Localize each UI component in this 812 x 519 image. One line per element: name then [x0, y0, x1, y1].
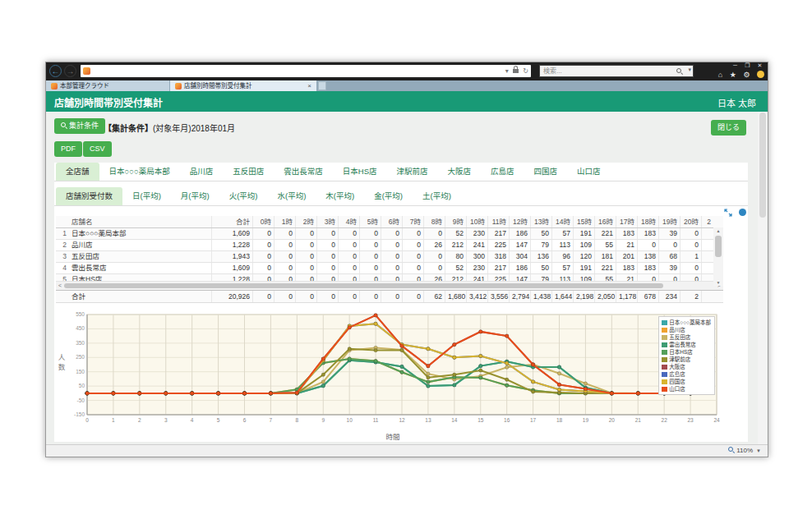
hour-value-cell: 0 [403, 251, 424, 262]
column-header-hour: 20時 [681, 216, 702, 227]
page-title: 店舗別時間帯別受付集計 [54, 95, 163, 109]
hour-value-cell: 3,412 [467, 291, 488, 302]
view-tab-1[interactable]: 日(平均) [122, 187, 171, 205]
browser-tab-label: 店舗別時間帯別受付集計 [184, 82, 252, 90]
legend-label: 五反田店 [669, 334, 690, 340]
hour-value-cell: 96 [552, 251, 574, 262]
view-tab-2[interactable]: 月(平均) [171, 187, 219, 205]
aggregate-condition-button[interactable]: 集計条件 [54, 118, 105, 134]
hour-value-cell: 1,178 [616, 291, 638, 302]
page-scrollbar-thumb[interactable] [759, 113, 766, 218]
store-tab-8[interactable]: 広島店 [481, 163, 524, 181]
view-tab-3[interactable]: 火(平均) [219, 187, 268, 205]
store-tab-4[interactable]: 雲出長常店 [274, 163, 333, 181]
view-tab-6[interactable]: 金(平均) [364, 187, 413, 205]
table-row[interactable]: 3五反田店1,943000000000803003183041369612018… [56, 251, 713, 263]
refresh-icon[interactable]: ↻ [523, 67, 528, 75]
hour-value-cell: 0 [638, 274, 659, 282]
search-icon[interactable] [676, 68, 683, 75]
expand-icon[interactable] [724, 209, 732, 217]
view-tab-5[interactable]: 木(平均) [316, 187, 364, 205]
hour-value-cell: 221 [595, 228, 616, 239]
scroll-up-icon[interactable]: ▲ [713, 227, 723, 234]
home-icon[interactable]: ⌂ [718, 71, 722, 79]
table-vertical-scrollbar[interactable]: ▲ ▼ [713, 227, 723, 286]
pdf-export-button[interactable]: PDF [54, 141, 82, 157]
window-controls: ─❐✕ [729, 62, 766, 70]
vscroll-thumb[interactable] [715, 236, 722, 257]
store-tab-9[interactable]: 四国店 [524, 163, 568, 181]
table-horizontal-scrollbar[interactable]: < > [56, 282, 723, 290]
store-tab-1[interactable]: 日本○○○薬局本部 [99, 163, 180, 181]
close-window-button[interactable]: ✕ [754, 62, 766, 69]
column-header-hour: 4時 [339, 216, 360, 227]
search-caret-icon[interactable]: ▾ [688, 67, 691, 73]
store-name-cell: 合計 [69, 291, 212, 302]
browser-tab-1[interactable]: 本部管理クラウド [46, 80, 169, 91]
page-scrollbar[interactable] [758, 112, 767, 444]
close-button[interactable]: 閉じる [711, 120, 746, 135]
hour-value-cell: 186 [510, 228, 531, 239]
hour-value-cell: 0 [360, 263, 381, 273]
column-header-hour: 6時 [381, 216, 403, 227]
forward-button[interactable]: → [64, 65, 76, 77]
store-tab-10[interactable]: 山口店 [567, 163, 611, 181]
column-header-hour: 13時 [531, 216, 552, 227]
store-tab-3[interactable]: 五反田店 [223, 163, 274, 181]
hour-value-cell: 0 [317, 291, 339, 302]
back-button[interactable]: ← [49, 65, 62, 77]
settings-gear-icon[interactable]: ⚙ [743, 71, 750, 79]
store-tab-2[interactable]: 品川店 [180, 163, 224, 181]
store-tab-0[interactable]: 全店舗 [56, 163, 99, 181]
legend-swatch [662, 365, 667, 370]
minimize-button[interactable]: ─ [729, 62, 741, 68]
search-box[interactable]: 検索... ▾ [539, 65, 694, 77]
scroll-left-icon[interactable]: < [56, 282, 64, 290]
store-tab-6[interactable]: 津駅前店 [386, 163, 437, 181]
address-dropdown-icon[interactable]: ▾ [505, 67, 509, 75]
legend-swatch [662, 379, 667, 384]
view-tab-7[interactable]: 土(平均) [413, 187, 461, 205]
column-header-hour: 5時 [360, 216, 381, 227]
view-tab-0[interactable]: 店舗別受付数 [56, 187, 122, 205]
hour-value-cell: 0 [403, 240, 424, 250]
browser-zoom-control[interactable]: 110%▼ [728, 447, 761, 454]
chart-info-icon[interactable] [739, 209, 746, 216]
browser-tab-2[interactable]: 店舗別時間帯別受付集計× [170, 80, 316, 91]
column-header-total: 合計 [212, 216, 253, 227]
hour-value-cell: 0 [339, 274, 360, 282]
new-tab-button[interactable] [318, 81, 326, 90]
hour-value-cell: 79 [531, 274, 552, 282]
table-row[interactable]: 4雲出長常店1,60900000000052230217186505719122… [56, 263, 713, 274]
svg-text:18: 18 [556, 417, 563, 423]
scroll-down-icon[interactable]: ▼ [713, 279, 723, 286]
favorites-star-icon[interactable]: ★ [730, 71, 736, 79]
address-bar[interactable]: ▾ ↻ [81, 65, 531, 77]
csv-export-button[interactable]: CSV [83, 141, 112, 157]
column-header-hour: 19時 [659, 216, 681, 227]
svg-text:20: 20 [609, 417, 616, 423]
hour-value-cell: 0 [659, 274, 681, 282]
browser-window: ← → ▾ ↻ 検索... ▾ ─❐✕ ⌂ ★ ⚙ [45, 62, 768, 457]
tab-close-icon[interactable]: × [307, 80, 311, 91]
svg-text:-50: -50 [77, 397, 85, 403]
row-number-cell: 1 [56, 228, 69, 239]
table-row[interactable]: 2品川店1,2280000000026212241225147791131095… [56, 240, 713, 251]
hour-value-cell: 0 [275, 251, 296, 262]
legend-item-5: 津駅前店 [662, 356, 711, 363]
store-tab-7[interactable]: 大阪店 [438, 163, 482, 181]
view-tab-4[interactable]: 水(平均) [268, 187, 316, 205]
maximize-button[interactable]: ❐ [741, 62, 754, 69]
feedback-smiley-icon[interactable] [757, 71, 764, 78]
svg-text:6: 6 [243, 417, 247, 423]
app-header: 店舗別時間帯別受付集計 日本 太郎 [46, 91, 768, 112]
table-row[interactable]: 1日本○○○薬局本部1,6090000000005223021718650571… [56, 228, 713, 240]
hour-value-cell: 0 [403, 274, 424, 282]
table-row[interactable]: 5日本HS店1,22800000000262122412251477911310… [56, 274, 713, 282]
hour-value-cell: 50 [531, 263, 552, 273]
hscroll-thumb[interactable] [64, 283, 663, 288]
hour-value-cell: 0 [681, 228, 702, 239]
hour-value-cell: 109 [574, 274, 595, 282]
column-header-hour: 1時 [275, 216, 296, 227]
store-tab-5[interactable]: 日本HS店 [333, 163, 387, 181]
